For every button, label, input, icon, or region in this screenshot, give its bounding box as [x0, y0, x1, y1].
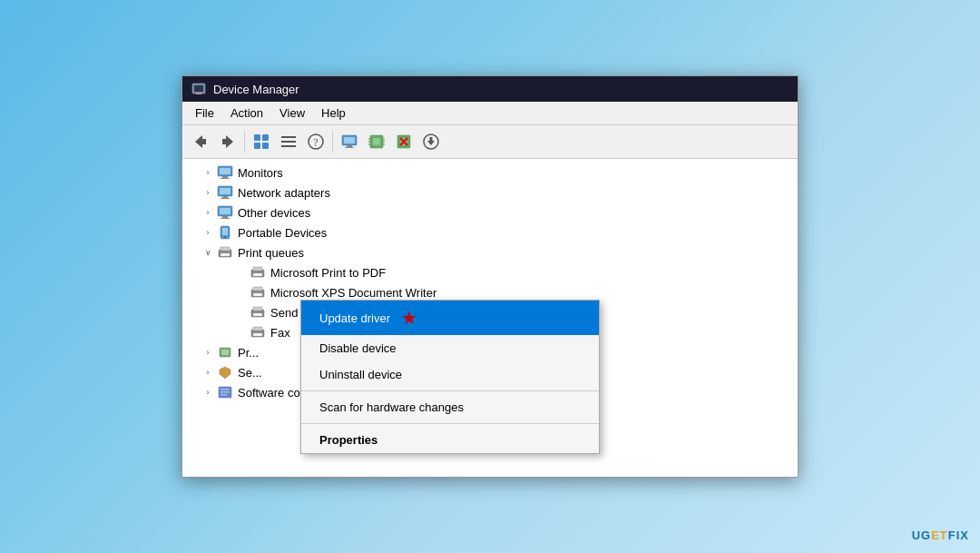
expand-monitors[interactable]: ›	[201, 165, 215, 180]
svg-rect-18	[345, 147, 354, 148]
forward-button[interactable]	[215, 129, 240, 154]
svg-rect-2	[192, 92, 205, 94]
printer4-icon	[250, 324, 266, 341]
svg-rect-16	[344, 137, 355, 143]
watermark-fix: FIX	[948, 528, 969, 542]
ctx-sep-2	[301, 423, 599, 424]
svg-rect-57	[253, 287, 262, 291]
svg-rect-10	[281, 136, 296, 138]
ctx-uninstall-device[interactable]: Uninstall device	[301, 361, 599, 388]
context-menu: Update driver ★ Disable device Uninstall…	[300, 300, 600, 454]
expand-other[interactable]: ›	[201, 205, 215, 220]
tree-item-portable[interactable]: › Portable Devices	[182, 222, 798, 242]
toolbar-sep-2	[332, 131, 333, 153]
monitor-icon	[217, 164, 233, 181]
svg-rect-69	[220, 391, 230, 393]
toolbar-btn-device[interactable]	[364, 129, 389, 154]
svg-rect-3	[196, 94, 201, 94]
expand-printq2	[233, 285, 248, 300]
printer3-icon	[250, 304, 266, 321]
monitors-label: Monitors	[238, 166, 283, 180]
back-button[interactable]	[188, 129, 213, 154]
watermark-ug: UG	[912, 528, 932, 542]
svg-rect-44	[222, 216, 228, 218]
printq-label: Print queues	[238, 246, 304, 260]
svg-rect-43	[220, 208, 230, 214]
svg-rect-17	[347, 145, 352, 147]
expand-proc[interactable]: ›	[201, 345, 215, 360]
tree-content: › Monitors › N	[182, 159, 798, 477]
other-icon	[217, 204, 233, 221]
svg-rect-68	[220, 389, 230, 390]
security-icon	[217, 364, 233, 380]
tree-item-monitors[interactable]: › Monitors	[182, 163, 798, 183]
tree-item-network[interactable]: › Network adapters	[182, 183, 798, 202]
svg-point-48	[224, 236, 226, 238]
expand-security[interactable]: ›	[201, 365, 215, 380]
ctx-update-driver[interactable]: Update driver ★	[301, 301, 599, 335]
svg-rect-8	[254, 143, 260, 149]
ctx-disable-device[interactable]: Disable device	[301, 335, 599, 361]
printer1-label: Microsoft Print to PDF	[270, 266, 386, 280]
svg-rect-70	[220, 394, 227, 396]
svg-rect-20	[373, 138, 380, 145]
expand-portable[interactable]: ›	[201, 225, 215, 240]
svg-rect-55	[253, 273, 262, 276]
proc-icon	[217, 344, 233, 360]
svg-rect-64	[253, 333, 262, 336]
printer1-icon	[250, 264, 266, 281]
svg-rect-37	[220, 178, 230, 179]
svg-rect-61	[253, 313, 262, 316]
proc-label: Pr...	[238, 346, 259, 360]
menu-action[interactable]: Action	[223, 104, 270, 123]
tree-item-other[interactable]: › Other devices	[182, 202, 798, 222]
watermark: UGETFIX	[912, 528, 969, 542]
star-icon: ★	[401, 307, 417, 329]
disable-device-label: Disable device	[319, 341, 397, 355]
network-label: Network adapters	[238, 186, 330, 200]
svg-text:?: ?	[313, 136, 318, 149]
menu-help[interactable]: Help	[314, 104, 353, 123]
svg-rect-35	[220, 168, 230, 174]
portable-label: Portable Devices	[238, 226, 327, 240]
toolbar-btn-remove[interactable]	[391, 129, 416, 154]
toolbar-btn-grid[interactable]	[249, 129, 274, 154]
svg-rect-1	[194, 85, 203, 92]
svg-rect-6	[254, 134, 260, 141]
svg-rect-47	[222, 228, 228, 235]
svg-rect-45	[220, 218, 230, 219]
svg-rect-39	[220, 188, 230, 194]
uninstall-device-label: Uninstall device	[319, 368, 402, 381]
printer4-label: Fax	[270, 326, 290, 340]
expand-network[interactable]: ›	[201, 185, 215, 200]
window-icon	[191, 82, 206, 96]
menu-file[interactable]: File	[188, 104, 221, 123]
expand-printq[interactable]: ∨	[201, 245, 215, 260]
properties-label: Properties	[319, 433, 377, 447]
svg-rect-36	[222, 176, 228, 178]
toolbar-btn-update[interactable]	[418, 129, 444, 154]
ctx-scan-hardware[interactable]: Scan for hardware changes	[301, 394, 599, 420]
toolbar-btn-help[interactable]: ?	[303, 129, 328, 154]
expand-printq1	[233, 265, 248, 280]
printq-icon	[217, 244, 233, 261]
svg-rect-41	[220, 198, 230, 199]
tree-item-printq1[interactable]: Microsoft Print to PDF	[182, 262, 798, 282]
tree-item-printq[interactable]: ∨ Print queues	[182, 242, 798, 262]
svg-rect-63	[253, 327, 262, 331]
svg-rect-60	[253, 307, 262, 311]
toolbar-btn-list[interactable]	[276, 129, 301, 154]
svg-rect-51	[220, 253, 230, 256]
ctx-sep-1	[301, 390, 599, 391]
watermark-et: ET	[931, 528, 948, 542]
expand-software[interactable]: ›	[201, 385, 215, 400]
other-label: Other devices	[238, 206, 310, 220]
svg-rect-58	[253, 293, 262, 296]
toolbar-btn-monitor[interactable]	[337, 129, 362, 154]
svg-point-52	[229, 251, 230, 252]
svg-rect-11	[281, 141, 296, 143]
update-driver-label: Update driver	[319, 311, 390, 325]
ctx-properties[interactable]: Properties	[301, 427, 599, 453]
security-label: Se...	[238, 366, 262, 380]
menu-view[interactable]: View	[272, 104, 312, 123]
